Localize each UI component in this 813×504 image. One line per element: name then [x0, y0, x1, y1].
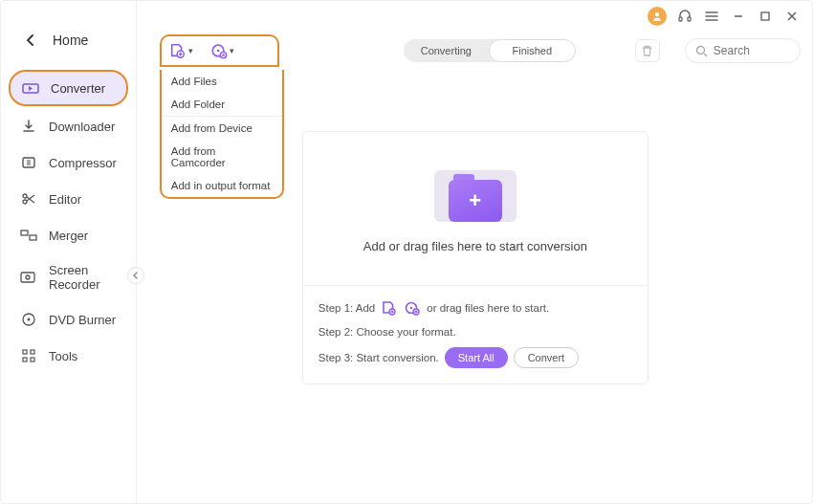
minimize-button[interactable] [730, 8, 747, 25]
tab-label: Finished [513, 45, 553, 56]
toolbar: ▾ ▾ Converting Finished [137, 32, 813, 70]
sidebar: Home Converter Downloader Compressor [1, 1, 137, 503]
step-1-pre: Step 1: Add [319, 302, 375, 314]
disc-icon [20, 311, 37, 328]
add-disc-icon [210, 42, 228, 59]
svg-rect-10 [23, 350, 27, 354]
sidebar-item-converter[interactable]: Converter [9, 70, 128, 106]
user-avatar[interactable] [648, 7, 667, 26]
plus-icon: + [469, 188, 481, 213]
svg-rect-6 [21, 273, 34, 282]
dropdown-item-add-files[interactable]: Add Files [162, 70, 282, 93]
step-2-text: Step 2: Choose your format. [319, 326, 456, 338]
clear-button[interactable] [635, 39, 660, 62]
menu-icon[interactable] [703, 8, 720, 25]
step-1-post: or drag files here to start. [427, 302, 549, 314]
merger-icon [20, 227, 37, 244]
add-file-button[interactable]: ▾ [169, 42, 193, 59]
chevron-down-icon: ▾ [230, 46, 234, 55]
add-disc-icon[interactable] [404, 299, 421, 317]
dropdown-item-add-from-device[interactable]: Add from Device [162, 116, 282, 140]
add-buttons-cluster: ▾ ▾ [160, 34, 279, 67]
dropdown-item-add-folder[interactable]: Add Folder [162, 93, 282, 116]
sidebar-item-label: DVD Burner [49, 313, 116, 327]
sidebar-item-label: Editor [49, 192, 81, 207]
home-button[interactable]: Home [1, 24, 136, 66]
sidebar-item-label: Converter [51, 81, 105, 96]
sidebar-item-editor[interactable]: Editor [9, 183, 128, 215]
steps-panel: Step 1: Add or drag files here to start.… [303, 285, 648, 383]
search-input[interactable] [714, 44, 790, 57]
start-all-button[interactable]: Start All [445, 347, 508, 368]
tab-finished[interactable]: Finished [489, 39, 576, 62]
compressor-icon [20, 154, 37, 171]
svg-rect-12 [23, 358, 27, 362]
sidebar-item-label: Compressor [49, 156, 117, 170]
add-file-icon[interactable] [381, 299, 398, 317]
search-box[interactable] [685, 38, 801, 63]
convert-button[interactable]: Convert [514, 347, 580, 368]
svg-point-14 [655, 12, 659, 16]
svg-point-9 [28, 318, 31, 321]
sidebar-item-screen-recorder[interactable]: Screen Recorder [9, 255, 128, 299]
headset-icon[interactable] [676, 8, 693, 25]
conversion-tabs: Converting Finished [404, 39, 576, 62]
main-area: ▾ ▾ Converting Finished [137, 1, 813, 503]
svg-rect-15 [679, 17, 682, 21]
tab-label: Converting [421, 45, 472, 56]
svg-rect-4 [21, 230, 28, 235]
home-label: Home [53, 33, 88, 48]
svg-point-20 [217, 50, 220, 53]
svg-rect-5 [30, 235, 36, 240]
screen-recorder-icon [20, 269, 37, 286]
step-2: Step 2: Choose your format. [319, 326, 632, 338]
sidebar-item-dvd-burner[interactable]: DVD Burner [9, 303, 128, 336]
add-disc-button[interactable]: ▾ [210, 42, 234, 59]
step-3-text: Step 3: Start conversion. [319, 352, 439, 363]
sidebar-item-compressor[interactable]: Compressor [9, 146, 128, 179]
app-window: Home Converter Downloader Compressor [0, 0, 813, 504]
chevron-left-icon [22, 32, 39, 49]
sidebar-nav: Converter Downloader Compressor Editor [1, 66, 136, 376]
svg-rect-16 [688, 17, 691, 21]
svg-rect-13 [31, 358, 34, 362]
svg-point-7 [26, 275, 30, 279]
dropdown-item-add-from-camcorder[interactable]: Add from Camcorder [162, 140, 282, 174]
chevron-down-icon: ▾ [188, 46, 193, 55]
add-file-icon [169, 42, 187, 59]
sidebar-item-label: Tools [49, 349, 77, 363]
search-icon [695, 45, 708, 57]
svg-point-25 [410, 307, 412, 309]
step-1: Step 1: Add or drag files here to start. [319, 299, 632, 317]
svg-point-22 [696, 46, 704, 54]
tools-icon [20, 347, 37, 364]
tab-converting[interactable]: Converting [404, 39, 489, 62]
drop-zone-text: Add or drag files here to start conversi… [363, 239, 587, 253]
sidebar-item-label: Screen Recorder [49, 263, 117, 292]
converter-icon [22, 79, 39, 97]
drop-zone[interactable]: + Add or drag files here to start conver… [303, 132, 648, 285]
svg-rect-11 [31, 350, 34, 354]
dropdown-item-add-in-output-format[interactable]: Add in output format [162, 174, 282, 197]
sidebar-item-label: Merger [49, 229, 88, 243]
sidebar-item-downloader[interactable]: Downloader [9, 110, 128, 142]
add-file-dropdown: Add Files Add Folder Add from Device Add… [160, 70, 284, 199]
sidebar-item-label: Downloader [49, 120, 115, 134]
svg-rect-17 [761, 12, 769, 20]
close-button[interactable] [783, 8, 801, 25]
svg-point-3 [23, 200, 27, 204]
step-3: Step 3: Start conversion. Start All Conv… [319, 347, 632, 368]
scissors-icon [20, 190, 37, 208]
sidebar-item-merger[interactable]: Merger [9, 219, 128, 252]
maximize-button[interactable] [757, 8, 774, 25]
download-icon [20, 118, 37, 135]
svg-point-2 [23, 194, 27, 198]
conversion-card: + Add or drag files here to start conver… [302, 131, 648, 384]
titlebar [137, 1, 813, 32]
folder-illustration: + [432, 164, 518, 226]
sidebar-item-tools[interactable]: Tools [9, 340, 128, 372]
